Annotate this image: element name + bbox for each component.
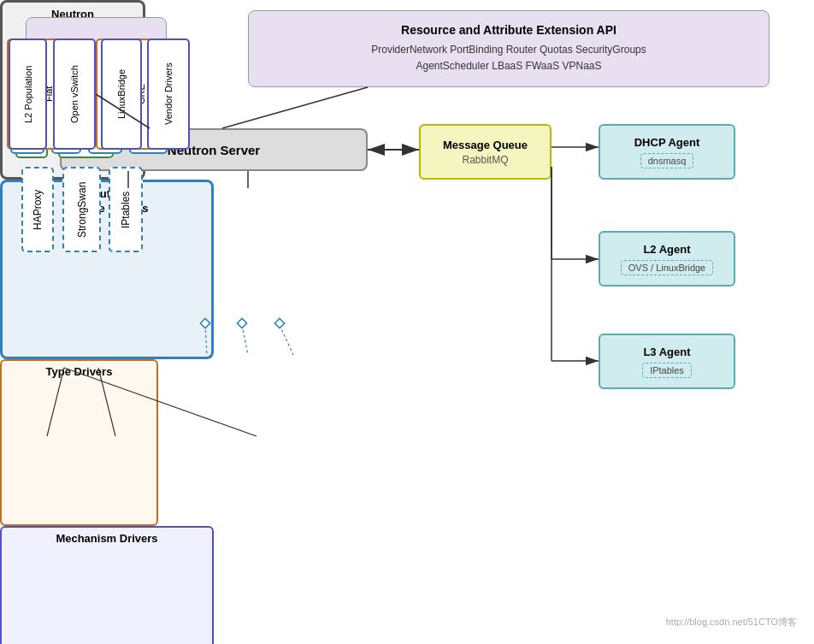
mech-drivers-label: Mechanism Drivers [2,528,212,549]
vendor-drivers-box: Vendor Drivers [147,38,190,150]
resource-api-box: Resource and Attribute Extension API Pro… [248,10,770,87]
strongswan-box: StrongSwan [62,167,101,252]
watermark: http://blog.csdn.net/51CTO博客 [666,616,797,629]
l2-agent-title: L2 Agent [643,243,690,256]
svg-rect-20 [274,318,284,328]
resource-api-line2: AgentScheduler LBaaS FWaaS VPNaaS [416,58,601,74]
type-drivers-container: Type Drivers Local Flat VLAN VXLAN GRE [0,359,158,526]
resource-api-title: Resource and Attribute Extension API [401,23,616,37]
message-queue-box: Message Queue RabbitMQ [419,124,552,180]
linuxbridge-box: LinuxBridge [101,38,142,150]
mech-drivers-container: Mechanism Drivers L2 Population Open vSw… [0,526,214,644]
type-drivers-label: Type Drivers [2,361,156,382]
architecture-diagram: Core API Network Subnet Port Resource an… [0,0,814,644]
open-vswitch-box: Open vSwitch [53,38,96,150]
iptables-service-box: IPtables [109,167,143,252]
l3-agent-title: L3 Agent [643,346,690,358]
svg-rect-19 [237,318,246,328]
svg-line-3 [222,87,368,128]
dhcp-agent-box: DHCP Agent dnsmasq [599,124,735,180]
resource-api-line1: ProviderNetwork PortBinding Router Quota… [371,42,646,58]
l2-population-box: L2 Population [9,38,47,150]
l3-agent-sub: IPtables [642,363,692,378]
svg-line-16 [242,325,248,355]
dhcp-agent-sub: dnsmasq [640,153,694,168]
svg-line-17 [280,325,293,355]
l2-agent-sub: OVS / LinuxBridge [621,260,714,275]
message-queue-sub: RabbitMQ [462,154,508,166]
service-plugins-container: NeutronService Plugins Load Balancer VPN… [0,180,214,359]
l3-agent-box: L3 Agent IPtables [599,334,735,389]
l2-agent-box: L2 Agent OVS / LinuxBridge [599,231,735,287]
haproxy-box: HAProxy [21,167,54,252]
message-queue-title: Message Queue [443,139,528,151]
dhcp-agent-title: DHCP Agent [634,136,700,149]
